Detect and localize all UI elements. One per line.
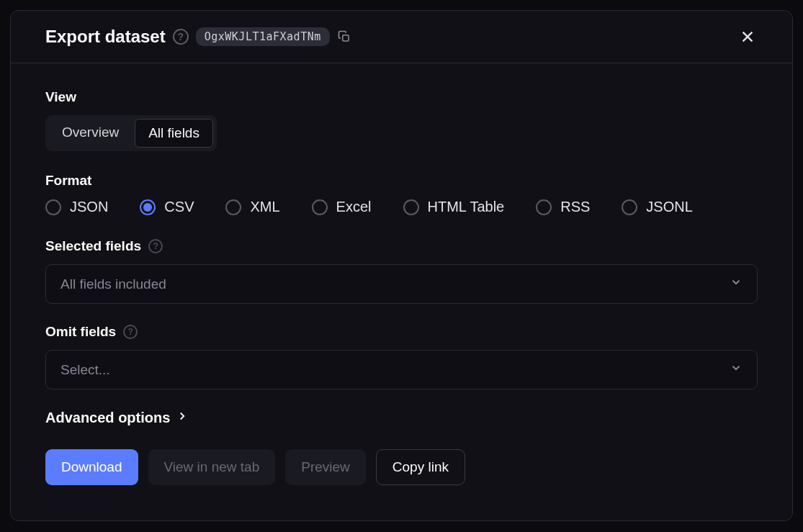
preview-button: Preview — [285, 449, 366, 485]
radio-label: HTML Table — [428, 199, 505, 215]
dataset-id-badge: OgxWKJLT1aFXadTNm — [196, 27, 330, 46]
selected-fields-select[interactable]: All fields included — [45, 264, 758, 304]
view-tab-overview[interactable]: Overview — [49, 119, 132, 148]
view-tab-all-fields[interactable]: All fields — [135, 119, 213, 148]
help-icon[interactable]: ? — [148, 239, 163, 253]
action-buttons: Download View in new tab Preview Copy li… — [45, 449, 758, 485]
radio-icon — [45, 199, 61, 215]
selected-fields-label-text: Selected fields — [45, 238, 141, 254]
select-placeholder: Select... — [60, 362, 110, 378]
radio-icon — [536, 199, 552, 215]
omit-fields-select[interactable]: Select... — [45, 350, 758, 389]
chevron-down-icon — [730, 276, 743, 292]
help-icon[interactable]: ? — [123, 325, 138, 339]
omit-fields-label: Omit fields ? — [45, 324, 758, 340]
modal-body: View Overview All fields Format JSON CSV… — [11, 63, 792, 520]
format-radio-xml[interactable]: XML — [225, 199, 279, 215]
format-label: Format — [45, 173, 758, 189]
select-placeholder: All fields included — [60, 276, 166, 292]
radio-icon — [403, 199, 419, 215]
radio-label: JSON — [70, 199, 108, 215]
chevron-right-icon — [176, 410, 189, 426]
help-icon[interactable]: ? — [173, 29, 189, 45]
svg-rect-0 — [343, 35, 349, 41]
omit-fields-label-text: Omit fields — [45, 324, 116, 340]
format-radio-jsonl[interactable]: JSONL — [622, 199, 692, 215]
radio-label: JSONL — [646, 199, 692, 215]
copy-link-button[interactable]: Copy link — [376, 449, 465, 485]
view-in-new-tab-button: View in new tab — [148, 449, 276, 485]
radio-label: CSV — [164, 199, 194, 215]
format-radio-csv[interactable]: CSV — [140, 199, 194, 215]
close-icon[interactable] — [737, 27, 758, 47]
download-button[interactable]: Download — [45, 449, 138, 485]
radio-icon — [225, 199, 241, 215]
radio-icon — [622, 199, 637, 215]
selected-fields-label: Selected fields ? — [45, 238, 758, 254]
radio-label: RSS — [560, 199, 590, 215]
modal-header: Export dataset ? OgxWKJLT1aFXadTNm — [11, 11, 792, 63]
advanced-options-label: Advanced options — [45, 410, 170, 426]
chevron-down-icon — [730, 361, 743, 378]
format-radio-group: JSON CSV XML Excel HTML Table RSS — [45, 199, 758, 215]
radio-label: Excel — [336, 199, 372, 215]
modal-title: Export dataset — [45, 27, 166, 47]
radio-icon — [140, 199, 156, 215]
export-dataset-modal: Export dataset ? OgxWKJLT1aFXadTNm View … — [10, 10, 793, 521]
advanced-options-toggle[interactable]: Advanced options — [45, 410, 758, 426]
view-label: View — [45, 89, 758, 105]
format-radio-excel[interactable]: Excel — [312, 199, 372, 215]
copy-icon[interactable] — [337, 30, 351, 44]
radio-icon — [312, 199, 328, 215]
format-radio-rss[interactable]: RSS — [536, 199, 590, 215]
view-segmented: Overview All fields — [45, 115, 217, 151]
format-radio-html-table[interactable]: HTML Table — [403, 199, 505, 215]
format-radio-json[interactable]: JSON — [45, 199, 108, 215]
radio-label: XML — [250, 199, 279, 215]
